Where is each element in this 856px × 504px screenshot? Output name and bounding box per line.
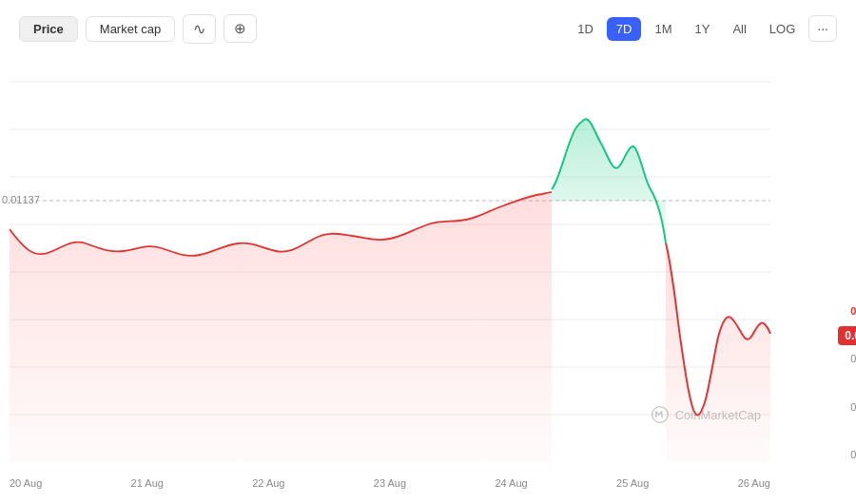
y-label-9: 0.0085 <box>831 449 856 460</box>
time-log[interactable]: LOG <box>760 17 805 41</box>
y-label-6: 0.0097 <box>831 305 856 317</box>
y-label-1: 0.012 <box>831 65 856 76</box>
x-label-1: 21 Aug <box>131 477 164 489</box>
y-label-4: 0.011 <box>831 209 856 221</box>
x-label-5: 25 Aug <box>616 477 649 489</box>
price-chart-svg <box>10 63 770 462</box>
y-label-8: 0.0090 <box>831 401 856 413</box>
coinmarketcap-watermark: CoinMarketCap <box>651 405 761 424</box>
y-axis: 0.012 0.012 0.011 0.011 0.010 0.0097 0.0… <box>829 63 856 462</box>
time-7d[interactable]: 7D <box>607 17 642 41</box>
y-label-3: 0.011 <box>831 161 856 172</box>
tab-market-cap[interactable]: Market cap <box>86 16 175 42</box>
settings-icon: ⊕ <box>234 20 246 37</box>
reference-price-label: 0.01137 <box>2 194 40 205</box>
toolbar-right: 1D 7D 1M 1Y All LOG ··· <box>568 15 837 42</box>
x-label-4: 24 Aug <box>495 477 527 489</box>
cmc-text: CoinMarketCap <box>675 408 761 422</box>
chart-area: 0.012 0.012 0.011 0.011 0.010 0.0097 0.0… <box>10 63 827 462</box>
y-label-5: 0.010 <box>831 257 856 268</box>
x-label-6: 26 Aug <box>738 477 770 489</box>
toolbar-left: Price Market cap ∿ ⊕ <box>19 14 257 44</box>
cmc-logo-icon <box>651 405 670 424</box>
x-axis: 20 Aug 21 Aug 22 Aug 23 Aug 24 Aug 25 Au… <box>10 477 770 489</box>
line-chart-icon-button[interactable]: ∿ <box>183 14 216 44</box>
svg-point-12 <box>652 407 668 423</box>
y-label-7: 0.0093 <box>831 353 856 364</box>
line-chart-icon: ∿ <box>193 20 205 38</box>
x-label-0: 20 Aug <box>10 477 42 489</box>
time-1m[interactable]: 1M <box>645 17 681 41</box>
y-label-2: 0.012 <box>831 113 856 125</box>
settings-icon-button[interactable]: ⊕ <box>224 14 257 43</box>
x-label-2: 22 Aug <box>252 477 284 489</box>
more-button[interactable]: ··· <box>808 15 837 42</box>
time-all[interactable]: All <box>723 17 755 41</box>
x-label-3: 23 Aug <box>374 477 406 489</box>
time-1y[interactable]: 1Y <box>686 17 720 41</box>
svg-rect-1 <box>552 63 666 462</box>
chart-container: 0.012 0.012 0.011 0.011 0.010 0.0097 0.0… <box>0 53 856 504</box>
toolbar: Price Market cap ∿ ⊕ 1D 7D 1M 1Y All LOG… <box>0 0 856 53</box>
tab-price[interactable]: Price <box>19 16 78 42</box>
price-badge: 0.0097 <box>838 326 856 345</box>
time-1d[interactable]: 1D <box>568 17 603 41</box>
